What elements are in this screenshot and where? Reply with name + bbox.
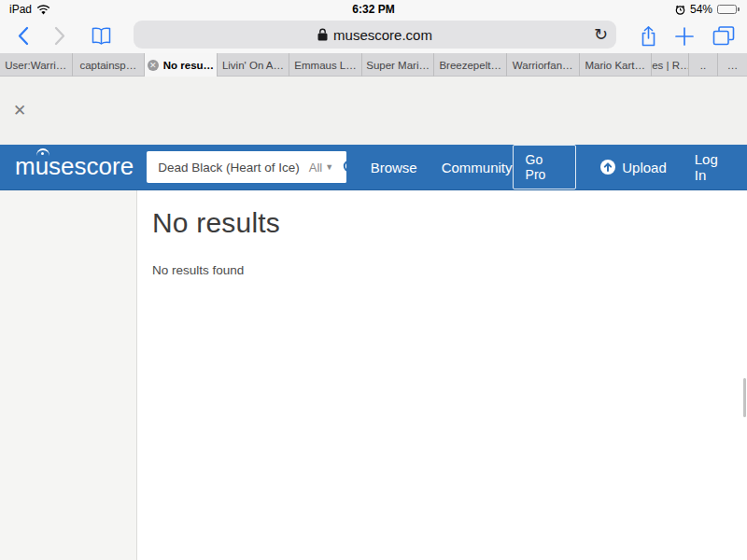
musescore-logo[interactable]: musescore <box>15 154 134 178</box>
tab-close-icon[interactable]: ✕ <box>148 60 159 71</box>
tab-super-mari[interactable]: Super Mari… <box>362 53 435 77</box>
tab-bar: User:Warri… captainsp… ✕ No resu… Livin'… <box>0 53 747 77</box>
sidebar <box>0 190 137 560</box>
new-tab-button[interactable] <box>672 19 697 53</box>
tab-captainsp[interactable]: captainsp… <box>73 53 146 77</box>
banner-close-icon[interactable]: ✕ <box>13 101 26 120</box>
bookmarks-icon[interactable] <box>88 19 114 53</box>
nav-community[interactable]: Community <box>442 160 513 175</box>
tab-truncated-1[interactable]: .. <box>689 53 718 77</box>
search-icon <box>343 160 346 175</box>
tab-truncated-2[interactable]: … <box>718 53 747 77</box>
back-button[interactable] <box>11 19 34 53</box>
search-button[interactable] <box>343 151 346 183</box>
url-text: musescore.com <box>333 27 432 43</box>
no-results-message: No results found <box>152 263 747 277</box>
main-content: No results No results found <box>137 190 747 560</box>
upload-circle-icon <box>600 160 615 175</box>
go-pro-button[interactable]: Go Pro <box>513 145 577 189</box>
battery-icon <box>717 5 740 14</box>
ad-banner-placeholder: ✕ <box>0 77 747 145</box>
site-header: musescore Dead Black (Heart of Ice) All … <box>0 145 747 190</box>
tab-user-warri[interactable]: User:Warri… <box>0 53 73 77</box>
forward-button[interactable] <box>49 19 71 53</box>
lock-icon <box>317 28 328 41</box>
browser-toolbar: musescore.com ↻ <box>0 19 747 53</box>
search-box: Dead Black (Heart of Ice) All ▼ <box>147 151 346 183</box>
fermata-icon <box>36 148 49 156</box>
tab-ies-r[interactable]: ies | R… <box>652 53 689 77</box>
alarm-icon <box>675 5 685 15</box>
tab-mario-kart[interactable]: Mario Kart… <box>580 53 653 77</box>
tab-warriorfan[interactable]: Warriorfan… <box>507 53 580 77</box>
tab-livin-on-a[interactable]: Livin' On A… <box>218 53 290 77</box>
log-in-button[interactable]: Log In <box>695 151 730 183</box>
page-title: No results <box>152 207 747 239</box>
battery-percent: 54% <box>690 3 712 16</box>
tab-no-results-active[interactable]: ✕ No resu… <box>145 53 218 77</box>
tab-breezepelt[interactable]: Breezepelt… <box>434 53 507 77</box>
tabs-overview-button[interactable] <box>710 19 738 53</box>
share-button[interactable] <box>636 19 660 53</box>
clock: 6:32 PM <box>0 3 747 16</box>
page-body: No results No results found <box>0 190 747 560</box>
nav-browse[interactable]: Browse <box>371 160 417 175</box>
status-bar: iPad 6:32 PM 54% <box>0 0 747 19</box>
upload-button[interactable]: Upload <box>600 160 667 175</box>
address-bar[interactable]: musescore.com ↻ <box>134 21 616 49</box>
scrollbar[interactable] <box>743 378 746 417</box>
chevron-down-icon: ▼ <box>325 162 333 172</box>
search-input[interactable]: Dead Black (Heart of Ice) <box>147 161 300 175</box>
reload-button[interactable]: ↻ <box>594 21 608 49</box>
tab-emmaus[interactable]: Emmaus L… <box>289 53 362 77</box>
search-filter-dropdown[interactable]: All ▼ <box>300 161 343 175</box>
